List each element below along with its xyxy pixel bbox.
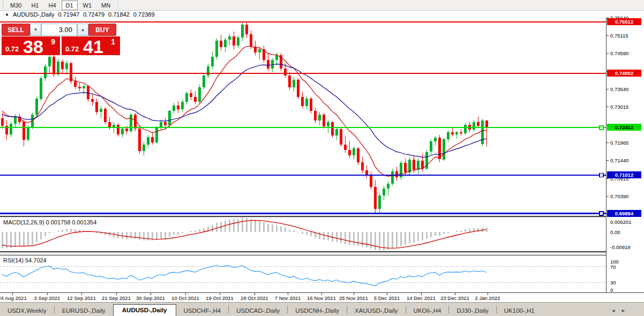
collapse-trade-panel-icon[interactable]: ▲ [5,12,9,17]
horizontal-line-0.72412 [0,127,606,129]
date-label: 12 Sep 2021 [67,295,96,301]
price-tick-mark [606,35,609,36]
tabs-scroll-left-icon[interactable]: ◄ [611,308,616,313]
volume-decrease-button[interactable]: ▼ [30,24,41,36]
price-tick-label: 0.73540 [610,86,628,92]
horizontal-line-0.69884 [0,213,606,214]
price-line-label-0.69884[interactable]: 0.69884 [607,210,641,217]
price-tick-mark [606,89,609,89]
price-tick-label: 0.71440 [610,157,628,163]
timeframe-button-mn[interactable]: MN [97,1,115,10]
date-label: 23 Dec 2021 [440,295,469,301]
date-label: 5 Dec 2021 [374,295,400,301]
price-tick-label: 0.73015 [610,104,628,110]
ohlc-open: 0.71947 [58,11,80,18]
chart-tab-bar: USDX,WeeklyEURUSD-,DailyAUDUSD-,DailyUSD… [0,302,644,316]
sell-price-display[interactable]: 0.72 38 9 [2,36,60,55]
timeframe-button-w1[interactable]: W1 [79,1,96,10]
buy-price-pip-digit: 1 [111,37,115,46]
sell-price-prefix: 0.72 [5,45,19,53]
timeframe-button-h4[interactable]: H4 [44,1,60,10]
chart-tab-ukoil-h4[interactable]: UKOil-,H4 [406,305,449,316]
sell-button[interactable]: SELL [2,24,30,36]
ohlc-close: 0.72389 [133,11,155,18]
date-label: 16 Nov 2021 [307,295,336,301]
price-tick-mark [606,53,609,54]
macd-axis-label: -0.00919 [610,244,631,250]
buy-price-prefix: 0.72 [65,45,79,53]
macd-axis-label: 0.00 [610,229,620,235]
toolbar-separator [118,1,119,9]
date-label: 21 Sep 2021 [102,295,131,301]
chart-tab-usdcad-daily[interactable]: USDCAD-,Daily [229,305,287,316]
buy-button[interactable]: BUY [88,24,116,36]
price-tick-mark [606,107,609,107]
chart-header: ▲ AUDUSD-,Daily 0.71947 0.72479 0.71842 … [0,11,644,18]
buy-price-display[interactable]: 0.72 41 1 [62,36,120,55]
date-label: 14 Dec 2021 [407,295,436,301]
volume-input[interactable]: 3.00 [41,24,77,36]
panel-divider[interactable] [0,251,644,255]
price-tick-label: 0.70390 [610,193,628,199]
rsi-value: 54.7024 [25,257,47,264]
price-tick-label: 0.75115 [610,33,628,39]
price-tick-label: 0.74590 [610,50,628,56]
price-tick-label: 0.71965 [610,140,628,146]
rsi-axis-label: 30 [610,280,616,285]
chart-tab-audusd-daily[interactable]: AUDUSD-,Daily [113,304,176,316]
chart-symbol-title: AUDUSD-,Daily [13,11,55,18]
price-line-label-0.75512[interactable]: 0.75512 [607,18,641,25]
date-axis[interactable]: 24 Aug 20212 Sep 202112 Sep 202121 Sep 2… [0,293,644,302]
macd-value: 0.001758 [46,219,70,225]
horizontal-line-0.74002 [0,73,606,74]
price-line-label-0.72412[interactable]: 0.72412 [607,124,641,131]
date-label: 28 Oct 2021 [241,295,268,301]
date-label: 19 Oct 2021 [206,295,234,301]
chart-tab-dj30-daily[interactable]: DJ30-,Daily [449,305,496,316]
rsi-axis-label: 70 [610,264,616,270]
timeframe-button-h1[interactable]: H1 [27,1,43,10]
price-line-label-0.74002[interactable]: 0.74002 [607,70,641,77]
date-label: 7 Nov 2021 [275,295,301,301]
price-tick-mark [606,178,609,179]
chart-tab-uk100-h1[interactable]: UK100-,H1 [497,305,542,316]
timeframe-button-d1[interactable]: D1 [62,1,78,10]
price-tick-mark [606,142,609,143]
ohlc-low: 0.71842 [108,11,130,18]
chart-tab-eurusd-daily[interactable]: EURUSD-,Daily [55,305,113,316]
rsi-caption: RSI(14) 54.7024 [3,257,47,264]
timeframe-button-m30[interactable]: M30 [6,1,26,10]
sell-price-pip-digit: 9 [51,37,55,46]
date-label: 2 Sep 2021 [34,295,61,301]
horizontal-line-0.75512 [0,21,606,23]
date-label: 30 Sep 2021 [136,295,165,301]
date-label: 10 Oct 2021 [171,295,199,301]
rsi-indicator-panel[interactable] [0,255,606,292]
price-tick-mark [606,160,609,161]
chart-tab-usdx-weekly[interactable]: USDX,Weekly [0,305,54,316]
price-axis[interactable]: 0.756400.751150.745900.740650.735400.730… [606,18,644,292]
macd-signal-value: 0.001354 [72,219,96,225]
macd-axis-label: 0.006201 [610,219,632,225]
price-line-label-0.71012[interactable]: 0.71012 [607,171,641,178]
date-label: 25 Nov 2021 [339,295,368,301]
price-tick-mark [606,196,609,197]
rsi-axis-label: 0 [610,287,613,293]
date-label: 2 Jan 2022 [475,295,500,301]
one-click-trading-widget: SELL ▼ 3.00 ▲ BUY 0.72 38 9 0.72 41 1 [2,24,121,55]
volume-increase-button[interactable]: ▲ [77,24,88,36]
timeframe-toolbar: M30H1H4D1W1MN [0,0,644,11]
buy-price-big-digits: 41 [83,37,103,56]
tabs-scroll-right-icon[interactable]: ► [621,308,626,313]
chart-tab-xauusd-daily[interactable]: XAUUSD-,Daily [347,305,406,316]
toolbar-clipped-button[interactable] [0,1,3,9]
date-label: 24 Aug 2021 [0,295,27,301]
horizontal-line-0.71012 [0,175,606,176]
macd-caption: MACD(12,26,9) 0.001758 0.001354 [3,219,96,225]
chart-tab-usdcnh-daily[interactable]: USDCNH-,Daily [288,305,347,316]
ohlc-high: 0.72479 [83,11,104,18]
mt4-window: { "toolbar":{"timeframes":["M30","H1","H… [0,0,644,316]
chart-tab-usdchf-h4[interactable]: USDCHF-,H4 [176,305,229,316]
sell-price-big-digits: 38 [23,37,43,56]
